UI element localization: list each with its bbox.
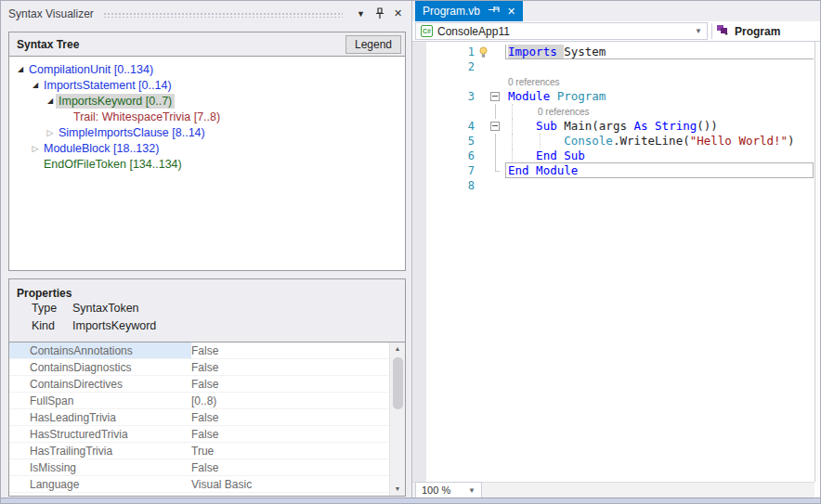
project-name: ConsoleApp11 xyxy=(437,25,510,38)
tree-node[interactable]: ◢CompilationUnit [0..134) xyxy=(9,61,405,77)
line-number: 2 xyxy=(431,59,475,74)
property-name: IsMissing xyxy=(9,459,191,475)
property-value: False xyxy=(191,428,405,441)
tree-node[interactable]: ◢ImportsStatement [0..14) xyxy=(9,77,405,93)
code-line[interactable]: 7End Module xyxy=(412,163,814,178)
titlebar-grip-texture xyxy=(103,12,343,18)
tree-node[interactable]: ◢ImportsKeyword [0..7) xyxy=(9,93,405,109)
code-line[interactable]: 2 xyxy=(412,59,814,74)
codelens-row[interactable]: 0 references xyxy=(412,74,814,89)
code-line[interactable]: 6 End Sub xyxy=(412,149,814,163)
collapse-icon[interactable]: ◢ xyxy=(45,97,56,105)
zoom-level-value: 100 % xyxy=(422,485,450,496)
property-name: ContainsDirectives xyxy=(9,376,191,392)
property-value: True xyxy=(191,445,405,458)
line-number: 8 xyxy=(431,178,475,193)
syntax-tree[interactable]: ◢CompilationUnit [0..134)◢ImportsStateme… xyxy=(9,56,405,270)
codelens-references[interactable]: 0 references xyxy=(508,75,560,90)
tree-node[interactable]: ▷SimpleImportsClause [8..14) xyxy=(9,124,405,140)
collapse-icon[interactable]: ◢ xyxy=(30,81,41,89)
code-line[interactable]: 3Module Program xyxy=(412,89,814,104)
pin-icon[interactable] xyxy=(371,6,387,21)
editor-bottom-bar: 100 % ▼ xyxy=(412,482,814,498)
chevron-down-icon[interactable]: ▼ xyxy=(695,27,702,35)
property-row[interactable]: ContainsDiagnosticsFalse xyxy=(9,359,405,376)
code-line[interactable]: 4 Sub Main(args As String()) xyxy=(412,119,814,134)
line-number: 5 xyxy=(431,134,475,149)
property-name: FullSpan xyxy=(9,393,191,408)
editor-vertical-scrollbar[interactable] xyxy=(814,42,820,482)
module-icon xyxy=(717,24,729,38)
property-row[interactable]: LanguageVisual Basic xyxy=(9,476,405,493)
syntax-visualizer-tool-window: Syntax Visualizer ▼ ✕ Syntax Tree Legend… xyxy=(1,1,412,498)
window-bottom-border xyxy=(1,498,820,503)
expand-icon[interactable]: ▷ xyxy=(45,128,56,137)
legend-button[interactable]: Legend xyxy=(345,35,401,54)
member-name: Program xyxy=(735,25,780,38)
property-row[interactable]: ContainsAnnotationsFalse xyxy=(9,342,405,359)
outlining-end xyxy=(495,163,500,172)
code-text: Sub Main(args As String()) xyxy=(508,119,718,134)
close-icon[interactable]: ✕ xyxy=(390,6,406,21)
code-text: End Sub xyxy=(508,149,585,163)
property-value: [0..8) xyxy=(191,394,405,407)
property-value: False xyxy=(191,461,405,474)
property-grid-scrollbar[interactable]: ▲ ▼ xyxy=(389,342,405,496)
tree-node-label: Trail: WhitespaceTrivia [7..8) xyxy=(71,110,223,124)
tree-node[interactable]: Trail: WhitespaceTrivia [7..8) xyxy=(9,109,405,124)
tab-close-icon[interactable]: ✕ xyxy=(507,6,515,17)
chevron-down-icon[interactable]: ▼ xyxy=(468,486,476,495)
indent-guide xyxy=(512,104,513,119)
zoom-level-dropdown[interactable]: 100 % ▼ xyxy=(415,482,482,498)
code-line[interactable]: 1Imports System xyxy=(412,45,814,59)
properties-header: Properties xyxy=(9,279,405,300)
tab-pin-icon[interactable] xyxy=(488,5,500,18)
property-value: False xyxy=(191,361,405,374)
property-row[interactable]: ContainsDirectivesFalse xyxy=(9,376,405,393)
scroll-up-icon[interactable]: ▲ xyxy=(395,342,401,355)
scrollbar-thumb[interactable] xyxy=(393,357,403,409)
codelens-references[interactable]: 0 references xyxy=(538,105,590,120)
tool-window-titlebar[interactable]: Syntax Visualizer ▼ ✕ xyxy=(1,1,411,26)
property-row[interactable]: IsMissingFalse xyxy=(9,459,405,476)
fold-collapse-toggle[interactable] xyxy=(490,92,500,101)
property-row[interactable]: HasTrailingTriviaTrue xyxy=(9,443,405,459)
property-row[interactable]: FullSpan[0..8) xyxy=(9,393,405,409)
syntax-tree-panel: Syntax Tree Legend ◢CompilationUnit [0..… xyxy=(8,32,406,271)
property-value: Visual Basic xyxy=(191,478,405,491)
property-row[interactable]: HasLeadingTriviaFalse xyxy=(9,409,405,426)
tree-node[interactable]: ▷ModuleBlock [18..132) xyxy=(9,140,405,156)
kind-value: ImportsKeyword xyxy=(72,317,156,335)
scroll-down-icon[interactable]: ▼ xyxy=(395,483,401,496)
fold-collapse-toggle[interactable] xyxy=(490,122,500,131)
document-tab-strip: Program.vb ✕ xyxy=(412,1,820,21)
tree-node[interactable]: EndOfFileToken [134..134) xyxy=(9,156,405,172)
tab-program-vb[interactable]: Program.vb ✕ xyxy=(415,1,523,21)
code-editor[interactable]: 1Imports System20 references3Module Prog… xyxy=(412,42,814,482)
navbar-separator xyxy=(711,23,712,39)
line-number: 1 xyxy=(431,45,475,59)
outlining-line xyxy=(495,134,496,149)
property-name: ContainsAnnotations xyxy=(9,342,191,358)
code-line[interactable]: 8 xyxy=(412,178,814,193)
window-position-menu-icon[interactable]: ▼ xyxy=(353,6,369,21)
member-dropdown[interactable]: Program xyxy=(717,22,816,40)
tree-node-label: CompilationUnit [0..134) xyxy=(26,62,156,77)
line-number: 7 xyxy=(431,163,475,178)
tree-node-label: ImportsKeyword [0..7) xyxy=(56,94,175,109)
property-grid[interactable]: ▲ ▼ ContainsAnnotationsFalseContainsDiag… xyxy=(9,342,405,496)
line-number: 4 xyxy=(431,119,475,134)
line-number: 6 xyxy=(431,149,475,163)
property-value: False xyxy=(191,378,405,391)
code-line[interactable]: 5 Console.WriteLine("Hello World!") xyxy=(412,134,814,149)
property-row[interactable]: HasStructuredTriviaFalse xyxy=(9,426,405,443)
tree-node-label: ImportsStatement [0..14) xyxy=(41,78,175,93)
project-dropdown[interactable]: C# ConsoleApp11 ▼ xyxy=(415,22,708,40)
codelens-row[interactable]: 0 references xyxy=(412,104,814,119)
collapse-icon[interactable]: ◢ xyxy=(15,65,26,73)
expand-icon[interactable]: ▷ xyxy=(30,144,41,153)
property-name: HasTrailingTrivia xyxy=(9,443,191,459)
tool-window-title: Syntax Visualizer xyxy=(8,7,94,20)
outlining-line xyxy=(495,104,496,119)
code-text: Imports System xyxy=(508,45,606,59)
